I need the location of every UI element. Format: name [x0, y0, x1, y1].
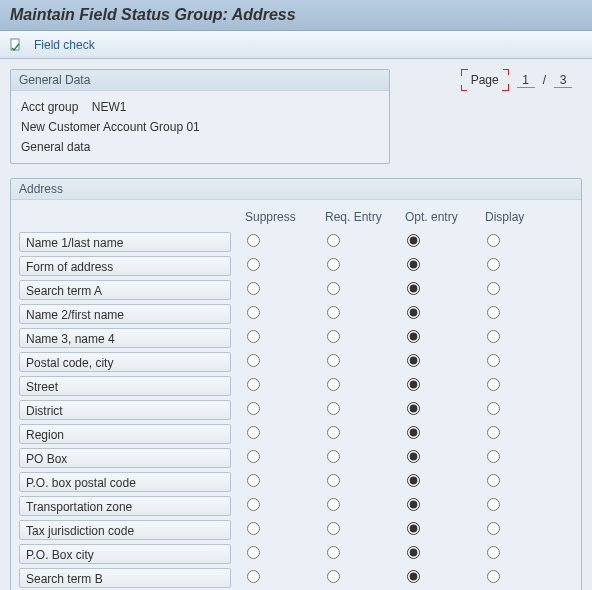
status-radio[interactable] [247, 258, 260, 271]
status-radio[interactable] [247, 354, 260, 367]
field-label: Region [19, 424, 231, 444]
col-suppress: Suppress [239, 210, 319, 224]
status-radio[interactable] [247, 330, 260, 343]
address-title: Address [11, 179, 581, 200]
general-line-3: General data [21, 137, 379, 157]
col-opt-entry: Opt. entry [399, 210, 479, 224]
field-label: Search term B [19, 568, 231, 588]
status-radio[interactable] [327, 402, 340, 415]
status-radio[interactable] [327, 570, 340, 583]
status-radio[interactable] [327, 426, 340, 439]
status-radio[interactable] [407, 330, 420, 343]
status-radio[interactable] [247, 474, 260, 487]
field-label: Search term A [19, 280, 231, 300]
status-radio[interactable] [247, 570, 260, 583]
status-radio[interactable] [327, 546, 340, 559]
status-radio[interactable] [487, 450, 500, 463]
general-data-title: General Data [11, 70, 389, 91]
table-row: Region [19, 422, 573, 446]
status-radio[interactable] [407, 354, 420, 367]
status-radio[interactable] [247, 306, 260, 319]
status-radio[interactable] [407, 450, 420, 463]
status-radio[interactable] [327, 282, 340, 295]
status-radio[interactable] [487, 282, 500, 295]
table-row: Street [19, 374, 573, 398]
status-radio[interactable] [407, 258, 420, 271]
table-row: Search term B [19, 566, 573, 590]
status-radio[interactable] [327, 354, 340, 367]
status-radio[interactable] [487, 234, 500, 247]
table-row: Name 2/first name [19, 302, 573, 326]
status-radio[interactable] [487, 522, 500, 535]
status-radio[interactable] [327, 330, 340, 343]
table-row: Search term A [19, 278, 573, 302]
status-radio[interactable] [327, 234, 340, 247]
page-title: Maintain Field Status Group: Address [0, 0, 592, 31]
status-radio[interactable] [327, 474, 340, 487]
table-row: P.O. Box city [19, 542, 573, 566]
status-radio[interactable] [247, 498, 260, 511]
field-label: Form of address [19, 256, 231, 276]
status-radio[interactable] [247, 234, 260, 247]
table-row: P.O. box postal code [19, 470, 573, 494]
status-radio[interactable] [327, 522, 340, 535]
field-label: Name 1/last name [19, 232, 231, 252]
field-label: Tax jurisdiction code [19, 520, 231, 540]
status-radio[interactable] [487, 354, 500, 367]
status-radio[interactable] [407, 306, 420, 319]
status-radio[interactable] [247, 426, 260, 439]
table-row: Name 1/last name [19, 230, 573, 254]
status-radio[interactable] [487, 546, 500, 559]
page-total: 3 [554, 73, 572, 88]
table-row: PO Box [19, 446, 573, 470]
status-radio[interactable] [487, 258, 500, 271]
status-radio[interactable] [247, 402, 260, 415]
general-line-2: New Customer Account Group 01 [21, 117, 379, 137]
table-row: Transportation zone [19, 494, 573, 518]
status-radio[interactable] [487, 330, 500, 343]
acct-group-label: Acct group [21, 100, 78, 114]
field-label: Street [19, 376, 231, 396]
status-radio[interactable] [327, 258, 340, 271]
status-radio[interactable] [407, 546, 420, 559]
status-radio[interactable] [247, 522, 260, 535]
status-radio[interactable] [407, 474, 420, 487]
status-radio[interactable] [487, 378, 500, 391]
status-radio[interactable] [407, 282, 420, 295]
status-radio[interactable] [327, 450, 340, 463]
page-label: Page [471, 73, 499, 87]
field-label: Name 3, name 4 [19, 328, 231, 348]
field-label: Postal code, city [19, 352, 231, 372]
status-radio[interactable] [487, 402, 500, 415]
status-radio[interactable] [247, 378, 260, 391]
status-radio[interactable] [487, 426, 500, 439]
status-radio[interactable] [407, 570, 420, 583]
status-radio[interactable] [407, 402, 420, 415]
status-radio[interactable] [407, 426, 420, 439]
status-radio[interactable] [487, 474, 500, 487]
status-radio[interactable] [407, 498, 420, 511]
status-radio[interactable] [327, 306, 340, 319]
acct-group-value: NEW1 [92, 100, 127, 114]
table-row: Postal code, city [19, 350, 573, 374]
table-row: Name 3, name 4 [19, 326, 573, 350]
grid-header: Suppress Req. Entry Opt. entry Display [19, 206, 573, 230]
page-sep: / [543, 73, 546, 87]
field-label: District [19, 400, 231, 420]
document-check-icon[interactable] [8, 37, 24, 53]
status-radio[interactable] [487, 306, 500, 319]
status-radio[interactable] [327, 378, 340, 391]
status-radio[interactable] [247, 450, 260, 463]
status-radio[interactable] [327, 498, 340, 511]
status-radio[interactable] [247, 546, 260, 559]
status-radio[interactable] [487, 498, 500, 511]
status-radio[interactable] [247, 282, 260, 295]
status-radio[interactable] [407, 234, 420, 247]
status-radio[interactable] [487, 570, 500, 583]
status-radio[interactable] [407, 378, 420, 391]
general-data-panel: General Data Acct group NEW1 New Custome… [10, 69, 390, 164]
field-label: PO Box [19, 448, 231, 468]
field-check-link[interactable]: Field check [30, 36, 99, 54]
status-radio[interactable] [407, 522, 420, 535]
address-panel: Address Suppress Req. Entry Opt. entry D… [10, 178, 582, 590]
